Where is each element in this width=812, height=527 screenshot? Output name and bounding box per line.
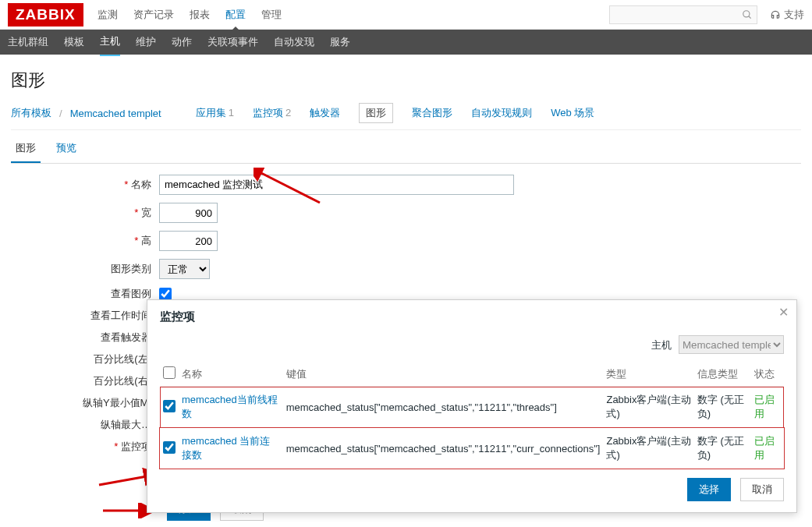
row-checkbox[interactable] bbox=[163, 441, 176, 454]
modal-select-button[interactable]: 选择 bbox=[687, 478, 731, 501]
height-input[interactable] bbox=[159, 231, 218, 251]
tab-graph[interactable]: 图形 bbox=[11, 136, 41, 163]
nav-inventory[interactable]: 资产记录 bbox=[133, 8, 174, 22]
item-name-link[interactable]: memcached当前线程数 bbox=[182, 394, 278, 419]
col-name: 名称 bbox=[179, 362, 283, 387]
name-input[interactable] bbox=[159, 175, 514, 195]
svg-point-0 bbox=[743, 10, 750, 16]
label-items: 监控项 bbox=[11, 440, 159, 454]
bc-template-name[interactable]: Memcached templet bbox=[70, 108, 161, 119]
nav-admin[interactable]: 管理 bbox=[261, 8, 282, 22]
nav-reports[interactable]: 报表 bbox=[190, 8, 210, 22]
label-ymin: 纵轴Y最小值MI bbox=[11, 396, 159, 410]
label-gtype: 图形类别 bbox=[11, 262, 159, 276]
bc-sep: / bbox=[59, 108, 62, 119]
label-triggers: 查看触发器 bbox=[11, 331, 159, 345]
hosttab-graphs[interactable]: 图形 bbox=[359, 103, 393, 123]
table-row: memcached 当前连接数 memcached_status["memcac… bbox=[160, 428, 784, 469]
item-info: 数字 (无正负) bbox=[694, 428, 751, 469]
items-modal: ✕ 监控项 主机 Memcached templet 名称 键值 类型 信息类型… bbox=[147, 299, 797, 513]
subnav-actions[interactable]: 动作 bbox=[172, 29, 192, 55]
col-info: 信息类型 bbox=[694, 362, 751, 387]
sub-nav: 主机群组 模板 主机 维护 动作 关联项事件 自动发现 服务 bbox=[0, 30, 812, 55]
hosttab-items[interactable]: 监控项2 bbox=[253, 106, 291, 120]
label-height: 高 bbox=[11, 234, 159, 248]
items-table: 名称 键值 类型 信息类型 状态 memcached当前线程数 memcache… bbox=[160, 362, 784, 469]
close-icon[interactable]: ✕ bbox=[778, 305, 789, 320]
logo: ZABBIX bbox=[8, 3, 83, 27]
search-icon bbox=[742, 9, 753, 20]
hosttab-discovery[interactable]: 自动发现规则 bbox=[471, 106, 532, 120]
hosttab-applications[interactable]: 应用集1 bbox=[196, 106, 234, 120]
label-name: 名称 bbox=[11, 178, 159, 192]
label-legend: 查看图例 bbox=[11, 287, 159, 301]
subnav-hosts[interactable]: 主机 bbox=[100, 28, 120, 56]
modal-title: 监控项 bbox=[160, 309, 784, 324]
tab-preview[interactable]: 预览 bbox=[51, 136, 81, 163]
hosttab-triggers[interactable]: 触发器 bbox=[310, 106, 340, 120]
support-label: 支持 bbox=[784, 8, 804, 22]
breadcrumb: 所有模板 / Memcached templet 应用集1 监控项2 触发器 图… bbox=[11, 103, 801, 130]
bc-all-templates[interactable]: 所有模板 bbox=[11, 106, 51, 120]
nav-config[interactable]: 配置 bbox=[225, 8, 246, 22]
support-link[interactable]: 支持 bbox=[770, 8, 804, 22]
inner-tabs: 图形 预览 bbox=[11, 136, 801, 164]
headset-icon bbox=[770, 9, 781, 20]
label-width: 宽 bbox=[11, 206, 159, 220]
legend-checkbox[interactable] bbox=[159, 288, 172, 300]
col-status: 状态 bbox=[751, 362, 784, 387]
hosttab-screens[interactable]: 聚合图形 bbox=[412, 106, 452, 120]
label-pctleft: 百分比线(左) bbox=[11, 352, 159, 366]
modal-cancel-button[interactable]: 取消 bbox=[740, 478, 784, 501]
item-status: 已启用 bbox=[751, 387, 784, 428]
item-info: 数字 (无正负) bbox=[694, 387, 751, 428]
page-title: 图形 bbox=[11, 69, 801, 92]
modal-host-label: 主机 bbox=[651, 339, 672, 351]
label-worktime: 查看工作时间 bbox=[11, 309, 159, 323]
subnav-hostgroups[interactable]: 主机群组 bbox=[8, 29, 48, 55]
top-nav: ZABBIX 监测 资产记录 报表 配置 管理 支持 bbox=[0, 0, 812, 30]
hosttab-web[interactable]: Web 场景 bbox=[551, 106, 594, 120]
item-name-link[interactable]: memcached 当前连接数 bbox=[182, 435, 270, 461]
modal-host-select[interactable]: Memcached templet bbox=[679, 335, 784, 354]
col-key: 键值 bbox=[283, 362, 604, 387]
label-pctright: 百分比线(右) bbox=[11, 374, 159, 388]
item-type: Zabbix客户端(主动式) bbox=[603, 387, 693, 428]
gtype-select[interactable]: 正常 bbox=[159, 259, 210, 279]
table-row: memcached当前线程数 memcached_status["memcach… bbox=[160, 387, 784, 428]
item-key: memcached_status["memcached_status","112… bbox=[283, 387, 604, 428]
select-all-checkbox[interactable] bbox=[163, 366, 176, 379]
subnav-templates[interactable]: 模板 bbox=[64, 29, 84, 55]
search-input[interactable] bbox=[609, 5, 757, 24]
subnav-maintenance[interactable]: 维护 bbox=[136, 29, 156, 55]
item-type: Zabbix客户端(主动式) bbox=[603, 428, 693, 469]
subnav-correlation[interactable]: 关联项事件 bbox=[207, 29, 258, 55]
svg-line-1 bbox=[749, 16, 751, 18]
width-input[interactable] bbox=[159, 203, 218, 223]
subnav-discovery[interactable]: 自动发现 bbox=[274, 29, 314, 55]
label-ymax: 纵轴最大… bbox=[11, 418, 159, 432]
nav-monitor[interactable]: 监测 bbox=[98, 8, 118, 22]
subnav-services[interactable]: 服务 bbox=[330, 29, 350, 55]
col-type: 类型 bbox=[603, 362, 693, 387]
row-checkbox[interactable] bbox=[163, 400, 176, 412]
item-status: 已启用 bbox=[751, 428, 784, 469]
item-key: memcached_status["memcached_status","112… bbox=[283, 428, 604, 469]
